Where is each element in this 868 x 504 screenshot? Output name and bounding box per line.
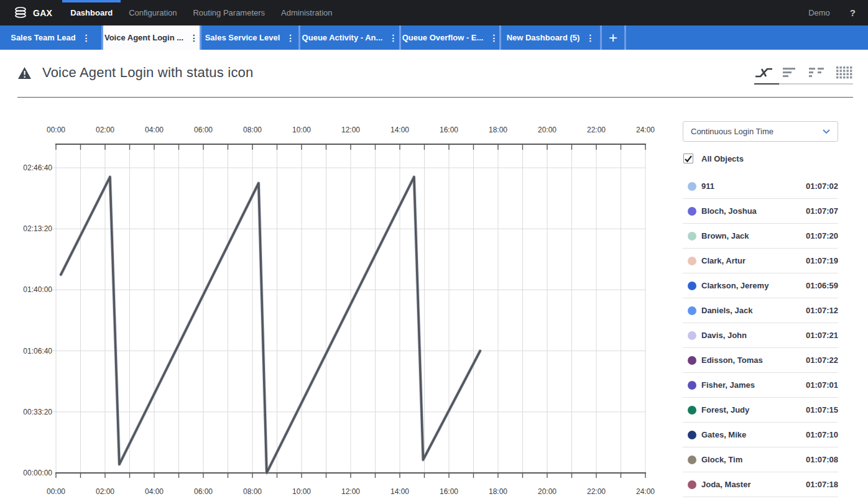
align-left-list-view-icon[interactable]: [781, 65, 800, 80]
tab-sales-team-lead[interactable]: Sales Team Lead⋮: [0, 25, 103, 50]
tab-label: Queue Activity - An...: [302, 33, 383, 42]
agent-name: Fisher, James: [701, 380, 755, 390]
svg-text:00:33:20: 00:33:20: [23, 408, 52, 416]
agent-login-time: 01:07:10: [806, 430, 838, 439]
agent-name: Edisson, Tomas: [701, 355, 763, 365]
tab-new-dashboard-5[interactable]: New Dashboard (5)⋮: [501, 25, 602, 50]
page-title: Voice Agent Login with status icon: [42, 65, 253, 81]
agent-login-time: 01:07:19: [806, 256, 838, 265]
svg-text:16:00: 16:00: [440, 126, 458, 134]
nav-item-administration[interactable]: Administration: [273, 0, 340, 25]
nav-item-routing-parameters[interactable]: Routing Parameters: [185, 0, 273, 25]
all-objects-label: All Objects: [701, 154, 744, 163]
agent-login-time: 01:07:12: [806, 306, 838, 315]
agent-row-clark-artur[interactable]: Clark, Artur01:07:19: [683, 249, 838, 273]
tab-menu-kebab-icon[interactable]: ⋮: [286, 34, 295, 42]
agent-row-bloch-joshua[interactable]: Bloch, Joshua01:07:07: [683, 199, 838, 224]
tab-menu-kebab-icon[interactable]: ⋮: [489, 34, 498, 42]
all-objects-checkbox[interactable]: [683, 153, 693, 163]
gax-logo-icon: [14, 6, 27, 19]
agent-row-fisher-james[interactable]: Fisher, James01:07:01: [683, 373, 838, 398]
agent-row-edisson-tomas[interactable]: Edisson, Tomas01:07:22: [683, 348, 838, 373]
svg-text:08:00: 08:00: [243, 487, 262, 496]
tab-label: Sales Team Lead: [11, 33, 76, 42]
agent-row-forest-judy[interactable]: Forest, Judy01:07:15: [683, 398, 838, 423]
agent-row-brown-jack[interactable]: Brown, Jack01:07:20: [683, 224, 838, 249]
tab-menu-kebab-icon[interactable]: ⋮: [389, 34, 397, 42]
agent-row-gates-mike[interactable]: Gates, Mike01:07:10: [683, 423, 838, 447]
svg-text:22:00: 22:00: [587, 126, 606, 134]
agent-row-911[interactable]: 91101:07:02: [683, 174, 838, 199]
two-column-list-view-icon[interactable]: [808, 65, 826, 80]
svg-text:24:00: 24:00: [636, 487, 655, 496]
agent-row-clarkson-jeremy[interactable]: Clarkson, Jeremy01:06:59: [683, 273, 838, 298]
agent-color-dot: [688, 182, 696, 191]
agent-login-time: 01:06:59: [806, 281, 838, 290]
agent-color-dot: [688, 232, 696, 241]
agent-row-glock-tim[interactable]: Glock, Tim01:07:08: [683, 447, 838, 472]
tab-menu-kebab-icon[interactable]: ⋮: [586, 34, 594, 42]
tab-sales-service-level[interactable]: Sales Service Level⋮: [201, 25, 300, 50]
svg-text:12:00: 12:00: [341, 126, 360, 134]
agent-login-time: 01:07:08: [806, 455, 838, 464]
series-continuous-login-time: [61, 177, 480, 473]
add-dashboard-tab-button[interactable]: +: [602, 25, 626, 50]
agent-login-time: 01:07:15: [806, 405, 838, 415]
nav-item-configuration[interactable]: Configuration: [121, 0, 185, 25]
tab-label: New Dashboard (5): [507, 33, 580, 42]
agent-row-joda-master[interactable]: Joda, Master01:07:18: [683, 472, 838, 497]
all-objects-row: All Objects: [683, 151, 838, 166]
agent-login-time: 01:07:22: [806, 355, 838, 365]
tab-queue-overflow-e[interactable]: Queue Overflow - E...⋮: [401, 25, 501, 50]
agent-color-dot: [688, 306, 696, 315]
help-icon[interactable]: ?: [850, 7, 856, 18]
brand-label: GAX: [33, 8, 52, 18]
svg-text:14:00: 14:00: [390, 126, 409, 134]
tab-label: Voice Agent Login ...: [104, 33, 183, 42]
agent-color-dot: [688, 431, 696, 439]
nav-menu: DashboardConfigurationRouting Parameters…: [62, 0, 340, 25]
svg-text:20:00: 20:00: [538, 126, 556, 134]
checkmark-icon: [684, 155, 693, 163]
header-divider: [17, 97, 853, 98]
svg-text:06:00: 06:00: [194, 126, 213, 134]
agent-row-daniels-jack[interactable]: Daniels, Jack01:07:12: [683, 298, 838, 323]
svg-text:18:00: 18:00: [489, 487, 507, 496]
svg-text:00:00:00: 00:00:00: [23, 469, 52, 477]
nav-item-dashboard[interactable]: Dashboard: [62, 0, 121, 25]
agent-login-time: 01:07:21: [806, 331, 838, 340]
view-switcher-underline: [754, 83, 853, 85]
agent-color-dot: [688, 282, 696, 290]
svg-text:10:00: 10:00: [292, 126, 311, 134]
grid-view-icon[interactable]: [834, 65, 853, 80]
slope-chart-view-icon[interactable]: [754, 65, 773, 80]
tab-voice-agent-login[interactable]: Voice Agent Login ...⋮: [103, 25, 201, 50]
tab-label: Queue Overflow - E...: [402, 33, 484, 42]
agent-color-dot: [688, 207, 696, 216]
metric-dropdown[interactable]: Continuous Login Time: [683, 121, 838, 142]
agent-name: Glock, Tim: [701, 455, 742, 464]
agent-name: Daniels, Jack: [701, 306, 752, 315]
svg-text:22:00: 22:00: [587, 487, 606, 496]
svg-text:01:06:40: 01:06:40: [23, 347, 52, 355]
agent-name: 911: [701, 181, 714, 191]
tab-menu-kebab-icon[interactable]: ⋮: [190, 34, 198, 42]
svg-text:08:00: 08:00: [243, 126, 262, 134]
svg-text:01:40:00: 01:40:00: [23, 285, 52, 294]
warning-triangle-icon: [17, 66, 32, 80]
agent-color-dot: [688, 381, 696, 390]
agent-color-dot: [688, 257, 696, 265]
svg-text:04:00: 04:00: [145, 126, 164, 134]
svg-text:02:46:40: 02:46:40: [23, 163, 52, 172]
tab-queue-activity-an[interactable]: Queue Activity - An...⋮: [300, 25, 401, 50]
agent-name: Davis, John: [701, 331, 747, 340]
agent-name: Joda, Master: [701, 480, 750, 489]
user-menu[interactable]: Demo: [808, 8, 830, 17]
agent-row-davis-john[interactable]: Davis, John01:07:21: [683, 323, 838, 348]
agent-name: Brown, Jack: [701, 231, 749, 241]
agent-color-dot: [688, 456, 696, 464]
tab-menu-kebab-icon[interactable]: ⋮: [82, 34, 91, 42]
gax-brand[interactable]: GAX: [0, 6, 52, 19]
top-nav: GAX DashboardConfigurationRouting Parame…: [0, 0, 868, 25]
svg-text:16:00: 16:00: [440, 487, 458, 496]
